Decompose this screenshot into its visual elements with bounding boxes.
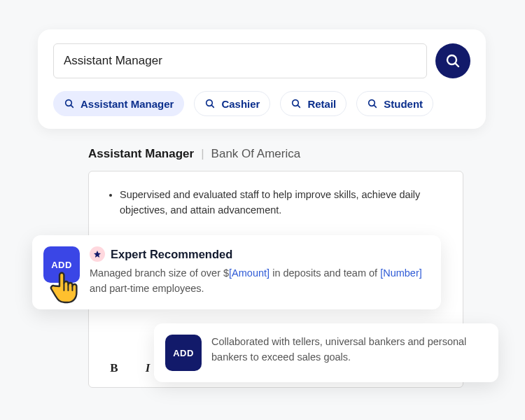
svg-line-3 <box>71 105 73 107</box>
search-card: Assistant Manager Cashier Retail Student <box>38 29 486 129</box>
editor-content-list: Supervised and evaluated staff to help i… <box>107 187 444 218</box>
role-title: Assistant Manager <box>88 147 194 161</box>
pill-label: Cashier <box>221 98 260 110</box>
company-name: Bank Of America <box>211 147 301 161</box>
search-icon <box>367 98 378 109</box>
suggestion-text-pre: Managed branch size of over $ <box>90 267 229 279</box>
suggestion-text: Managed branch size of over $[Amount] in… <box>90 266 427 297</box>
pill-label: Retail <box>307 98 336 110</box>
star-icon <box>93 250 102 258</box>
placeholder-amount[interactable]: [Amount] <box>229 267 270 279</box>
svg-line-5 <box>212 105 214 107</box>
pill-label: Student <box>384 98 423 110</box>
suggestion-text: Collaborated with tellers, universal ban… <box>211 335 484 371</box>
suggestion-pills: Assistant Manager Cashier Retail Student <box>53 91 470 116</box>
search-icon <box>64 98 75 109</box>
entry-heading: Assistant Manager | Bank Of America <box>88 147 300 161</box>
expert-recommended-header: Expert Recommended <box>90 246 427 262</box>
search-row <box>53 43 470 78</box>
bold-button[interactable]: B <box>104 358 124 378</box>
expert-label: Expert Recommended <box>111 248 232 261</box>
svg-line-7 <box>298 105 300 107</box>
pill-label: Assistant Manager <box>80 98 174 110</box>
pill-student[interactable]: Student <box>356 91 433 116</box>
pill-assistant-manager[interactable]: Assistant Manager <box>53 91 184 116</box>
star-badge <box>90 246 105 262</box>
search-icon <box>444 52 461 69</box>
svg-line-1 <box>455 63 458 66</box>
svg-line-9 <box>374 105 376 107</box>
editor-bullet: Supervised and evaluated staff to help i… <box>120 187 444 218</box>
suggestion-card-expert: ADD Expert Recommended Managed branch si… <box>32 235 441 309</box>
pill-cashier[interactable]: Cashier <box>194 91 270 116</box>
suggestion-text-post: and part-time employees. <box>90 283 204 294</box>
search-icon <box>290 98 302 109</box>
search-button[interactable] <box>435 43 470 78</box>
search-icon <box>204 98 216 109</box>
pill-retail[interactable]: Retail <box>280 91 346 116</box>
suggestion-text-mid: in deposits and team of <box>270 267 380 279</box>
add-button[interactable]: ADD <box>165 335 202 371</box>
pointer-cursor-icon <box>49 269 81 304</box>
placeholder-number[interactable]: [Number] <box>380 267 422 279</box>
suggestion-card: ADD Collaborated with tellers, universal… <box>154 323 498 382</box>
search-input[interactable] <box>53 43 427 78</box>
suggestion-body: Expert Recommended Managed branch size o… <box>90 246 427 297</box>
heading-separator: | <box>201 147 204 161</box>
